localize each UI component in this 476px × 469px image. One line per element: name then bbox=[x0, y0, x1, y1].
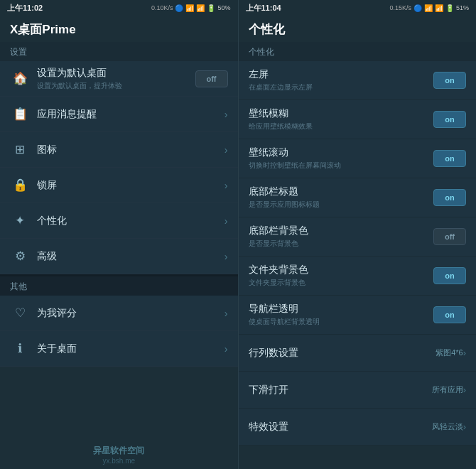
icon-app-notification: 📋 bbox=[10, 107, 30, 122]
chevron-about: › bbox=[225, 343, 228, 355]
item-label-icons: 图标 bbox=[37, 144, 225, 156]
toggle-nav-transparent[interactable]: on bbox=[433, 306, 466, 323]
row-left-grid-settings: 行列数设置 bbox=[249, 347, 436, 360]
right-bluetooth-icon: 🔵 bbox=[413, 4, 422, 12]
menu-item-advanced[interactable]: ⚙ 高级 › bbox=[0, 239, 238, 274]
watermark-sub: yx.bsh.me bbox=[93, 457, 144, 465]
row-title-wallpaper-blur: 壁纸模糊 bbox=[249, 107, 434, 120]
value-grid-settings: 紫图4*6 bbox=[436, 347, 463, 358]
menu-item-personalize[interactable]: ✦ 个性化 › bbox=[0, 203, 238, 239]
settings-row-special-effects[interactable]: 特效设置 风轻云淡 › bbox=[239, 409, 477, 446]
row-left-wallpaper-scroll: 壁纸滚动 切换时控制壁纸在屏幕间滚动 bbox=[249, 146, 434, 171]
row-title-special-effects: 特效设置 bbox=[249, 421, 432, 433]
item-label-advanced: 高级 bbox=[37, 250, 225, 263]
right-panel: 上午11:04 0.15K/s 🔵 📶 📶 🔋 51% 个性化 个性化 左屏 在… bbox=[239, 0, 477, 469]
left-time: 上午11:02 bbox=[7, 3, 43, 14]
row-sub-wallpaper-scroll: 切换时控制壁纸在屏幕间滚动 bbox=[249, 161, 434, 171]
row-left-dock-bg: 底部栏背景色 是否显示背景色 bbox=[249, 225, 434, 249]
settings-row-nav-transparent: 导航栏透明 使桌面导航栏背景透明 on bbox=[239, 296, 477, 335]
icon-rate: ♡ bbox=[10, 306, 30, 320]
other-item-rate[interactable]: ♡ 为我评分 › bbox=[0, 296, 238, 331]
settings-row-grid-settings[interactable]: 行列数设置 紫图4*6 › bbox=[239, 335, 477, 372]
row-left-dock-label: 底部栏标题 是否显示应用图标标题 bbox=[249, 185, 434, 210]
left-menu-list: 🏠 设置为默认桌面 设置为默认桌面，提升体验 off 📋 应用消息提醒 › ⊞ … bbox=[0, 61, 238, 274]
left-panel: 上午11:02 0.10K/s 🔵 📶 📶 🔋 50% X桌面Prime 设置 … bbox=[0, 0, 239, 469]
toggle-dock-label[interactable]: on bbox=[433, 189, 466, 206]
menu-item-app-notification[interactable]: 📋 应用消息提醒 › bbox=[0, 97, 238, 132]
row-title-left-screen: 左屏 bbox=[249, 68, 434, 81]
chevron-swipe-open: › bbox=[463, 384, 466, 395]
menu-item-lockscreen[interactable]: 🔒 锁屏 › bbox=[0, 168, 238, 203]
row-left-special-effects: 特效设置 bbox=[249, 421, 432, 433]
row-left-nav-transparent: 导航栏透明 使桌面导航栏背景透明 bbox=[249, 303, 434, 327]
battery-icon: 🔋 bbox=[207, 4, 215, 12]
value-special-effects: 风轻云淡 bbox=[432, 421, 463, 432]
row-title-nav-transparent: 导航栏透明 bbox=[249, 303, 434, 316]
item-label-about: 关于桌面 bbox=[37, 343, 225, 355]
icon-lockscreen: 🔒 bbox=[10, 178, 30, 193]
right-network-speed: 0.15K/s bbox=[389, 4, 411, 11]
settings-row-wallpaper-blur: 壁纸模糊 给应用壁纸模糊效果 on bbox=[239, 100, 477, 139]
toggle-left-screen[interactable]: on bbox=[433, 72, 466, 89]
toggle-wallpaper-blur[interactable]: on bbox=[433, 111, 466, 128]
battery-level: 50% bbox=[217, 4, 230, 11]
wifi-icon: 📶 bbox=[185, 4, 194, 12]
chevron-icons: › bbox=[225, 144, 228, 156]
item-label-lockscreen: 锁屏 bbox=[37, 179, 225, 192]
toggle-default-desktop[interactable]: off bbox=[195, 70, 228, 87]
bluetooth-icon: 🔵 bbox=[175, 4, 183, 12]
right-app-title: 个性化 bbox=[239, 16, 477, 42]
settings-row-dock-bg: 底部栏背景色 是否显示背景色 off bbox=[239, 217, 477, 257]
settings-row-left-screen: 左屏 在桌面左边显示左屏 on bbox=[239, 61, 477, 100]
toggle-folder-bg[interactable]: on bbox=[433, 267, 466, 284]
network-speed: 0.10K/s bbox=[151, 4, 173, 11]
left-status-icons: 0.10K/s 🔵 📶 📶 🔋 50% bbox=[151, 4, 231, 12]
toggle-dock-bg[interactable]: off bbox=[433, 228, 466, 245]
chevron-personalize: › bbox=[225, 215, 228, 227]
right-time: 上午11:04 bbox=[246, 3, 281, 14]
other-item-about[interactable]: ℹ 关于桌面 › bbox=[0, 331, 238, 367]
chevron-advanced: › bbox=[225, 251, 228, 262]
chevron-grid-settings: › bbox=[463, 347, 466, 358]
chevron-rate: › bbox=[225, 308, 228, 319]
row-sub-folder-bg: 文件夹显示背景色 bbox=[249, 278, 434, 288]
row-left-folder-bg: 文件夹背景色 文件夹显示背景色 bbox=[249, 264, 434, 288]
settings-row-dock-label: 底部栏标题 是否显示应用图标标题 on bbox=[239, 178, 477, 217]
settings-row-swipe-open[interactable]: 下滑打开 所有应用 › bbox=[239, 372, 477, 409]
item-label-rate: 为我评分 bbox=[37, 307, 225, 320]
chevron-lockscreen: › bbox=[225, 180, 228, 191]
right-signal-icon: 📶 bbox=[435, 4, 443, 12]
row-sub-wallpaper-blur: 给应用壁纸模糊效果 bbox=[249, 122, 434, 131]
row-title-dock-bg: 底部栏背景色 bbox=[249, 225, 434, 237]
right-section-header: 个性化 bbox=[239, 42, 477, 61]
row-sub-dock-bg: 是否显示背景色 bbox=[249, 239, 434, 249]
right-status-bar: 上午11:04 0.15K/s 🔵 📶 📶 🔋 51% bbox=[239, 0, 477, 16]
icon-advanced: ⚙ bbox=[10, 249, 30, 264]
icon-icons: ⊞ bbox=[10, 142, 30, 157]
row-left-swipe-open: 下滑打开 bbox=[249, 384, 432, 397]
item-sub-default-desktop: 设置为默认桌面，提升体验 bbox=[37, 81, 195, 91]
icon-personalize: ✦ bbox=[10, 213, 30, 228]
left-other-list: ♡ 为我评分 › ℹ 关于桌面 › bbox=[0, 296, 238, 367]
watermark-main: 异星软件空间 bbox=[93, 445, 144, 457]
row-sub-nav-transparent: 使桌面导航栏背景透明 bbox=[249, 317, 434, 327]
menu-item-icons[interactable]: ⊞ 图标 › bbox=[0, 132, 238, 168]
right-battery-level: 51% bbox=[456, 4, 469, 11]
row-sub-left-screen: 在桌面左边显示左屏 bbox=[249, 82, 434, 92]
left-app-title: X桌面Prime bbox=[0, 16, 238, 42]
right-battery-icon: 🔋 bbox=[445, 4, 454, 12]
settings-row-folder-bg: 文件夹背景色 文件夹显示背景色 on bbox=[239, 257, 477, 296]
chevron-special-effects: › bbox=[463, 421, 466, 432]
value-swipe-open: 所有应用 bbox=[432, 384, 463, 395]
row-title-folder-bg: 文件夹背景色 bbox=[249, 264, 434, 276]
item-label-personalize: 个性化 bbox=[37, 215, 225, 227]
right-settings-list: 左屏 在桌面左边显示左屏 on 壁纸模糊 给应用壁纸模糊效果 on 壁纸滚动 切… bbox=[239, 61, 477, 446]
row-title-swipe-open: 下滑打开 bbox=[249, 384, 432, 397]
left-status-bar: 上午11:02 0.10K/s 🔵 📶 📶 🔋 50% bbox=[0, 0, 238, 16]
row-title-dock-label: 底部栏标题 bbox=[249, 185, 434, 198]
menu-item-default-desktop[interactable]: 🏠 设置为默认桌面 设置为默认桌面，提升体验 off bbox=[0, 61, 238, 97]
toggle-wallpaper-scroll[interactable]: on bbox=[433, 150, 466, 167]
signal-icon: 📶 bbox=[196, 4, 205, 12]
row-left-wallpaper-blur: 壁纸模糊 给应用壁纸模糊效果 bbox=[249, 107, 434, 131]
section-other-header: 其他 bbox=[0, 274, 238, 296]
